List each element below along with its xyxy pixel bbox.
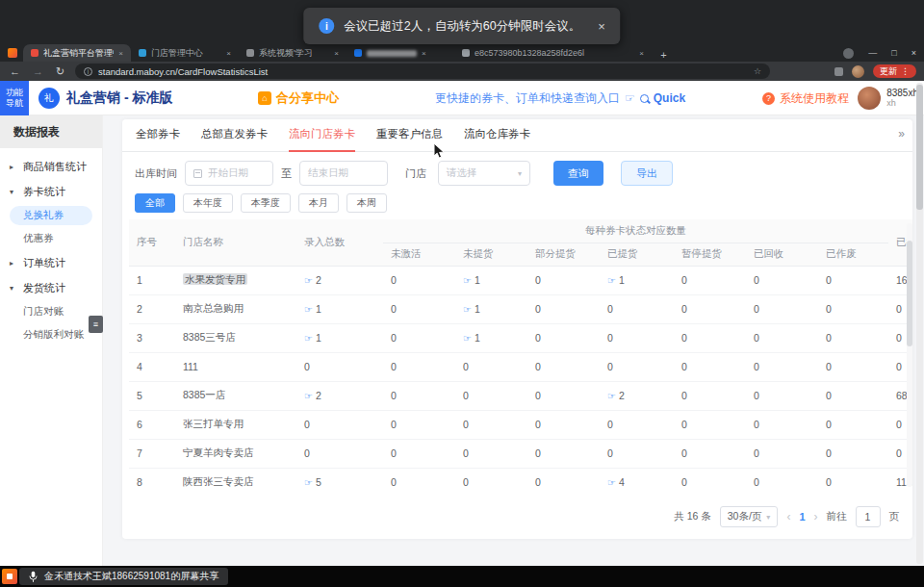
linked-count[interactable]: ☞1 xyxy=(463,332,480,344)
row-index-cell: 7 xyxy=(129,439,175,468)
end-date-placeholder: 结束日期 xyxy=(308,166,348,180)
reload-icon[interactable]: ↻ xyxy=(56,65,64,78)
linked-count[interactable]: ☞1 xyxy=(304,332,321,344)
count-value: 2 xyxy=(619,390,625,401)
search-button[interactable]: 查询 xyxy=(553,161,603,186)
start-date-input[interactable]: 开始日期 xyxy=(185,161,273,186)
card-tab[interactable]: 总部直发券卡 xyxy=(201,119,268,152)
store-name: 8385三号店 xyxy=(183,331,236,343)
total-count-label: 共 16 条 xyxy=(674,510,711,523)
quick-filter-button[interactable]: 本年度 xyxy=(183,193,233,213)
screen-share-banner: 金禾通技术王斌18662591081的屏幕共享 xyxy=(19,568,228,585)
store-name: 南京总急购用 xyxy=(183,302,244,314)
tab-close-icon[interactable]: × xyxy=(226,49,231,58)
status-count-cell: ☞1 xyxy=(600,266,674,294)
sidebar-item[interactable]: ▸商品销售统计 xyxy=(0,154,102,179)
nav-toggle-line2: 导航 xyxy=(6,98,23,109)
current-page[interactable]: 1 xyxy=(799,511,805,523)
toast-close-icon[interactable]: × xyxy=(598,19,605,34)
status-count-cell: 0 xyxy=(674,266,746,294)
browser-tab[interactable]: 系统视频'学习× xyxy=(239,44,346,62)
sidebar-item[interactable]: ▾发货统计 xyxy=(0,275,102,300)
store-select[interactable]: 请选择 ▾ xyxy=(438,161,530,186)
sidebar-subitem[interactable]: 优惠券 xyxy=(0,227,102,250)
linked-count[interactable]: ☞1 xyxy=(304,303,321,315)
page-scrollbar[interactable] xyxy=(916,83,923,564)
quick-entry-link[interactable]: 更快捷的券卡、订单和快递查询入口 ☞ Quick xyxy=(435,81,685,115)
store-name-cell: 8385三号店 xyxy=(175,323,296,352)
help-icon: ? xyxy=(762,92,775,105)
goto-label: 前往 xyxy=(827,510,847,523)
card-tab[interactable]: 流向仓库券卡 xyxy=(464,119,530,152)
window-controls: — □ × xyxy=(843,44,916,62)
group-column-header: 每种券卡状态对应数量 xyxy=(383,219,888,242)
sidebar-collapse-handle[interactable]: ≡ xyxy=(89,316,103,333)
function-nav-toggle[interactable]: 功能 导航 xyxy=(0,81,29,115)
site-info-icon[interactable]: i xyxy=(84,67,92,76)
linked-count[interactable]: ☞2 xyxy=(304,274,321,286)
page-scrollbar-thumb[interactable] xyxy=(916,85,923,210)
end-date-input[interactable]: 结束日期 xyxy=(299,161,388,186)
browser-update-button[interactable]: 更新 ⋮ xyxy=(873,64,916,78)
prev-page-icon[interactable]: ‹ xyxy=(786,510,790,523)
store-name-cell: 南京总急购用 xyxy=(175,294,296,323)
quick-filter-button[interactable]: 全部 xyxy=(135,193,175,213)
browser-tab[interactable]: × xyxy=(346,44,454,62)
share-center-link[interactable]: ⌂ 合分享中心 xyxy=(258,81,339,115)
collapse-chevrons-icon[interactable]: » xyxy=(898,127,905,140)
status-count-cell: 0 xyxy=(746,410,818,439)
bookmark-star-icon[interactable]: ☆ xyxy=(754,66,761,76)
tab-close-icon[interactable]: × xyxy=(334,49,339,58)
sidebar-item[interactable]: ▸订单统计 xyxy=(0,250,102,275)
browser-tab[interactable]: 礼盒营销平台管理中心× xyxy=(23,44,131,62)
sidebar-item[interactable]: ▾券卡统计 xyxy=(0,179,102,204)
status-count-cell: 0 xyxy=(818,294,888,323)
goto-page-input[interactable]: 1 xyxy=(856,506,881,527)
back-icon[interactable]: ← xyxy=(10,65,20,77)
kebab-menu-icon[interactable]: ⋮ xyxy=(901,66,910,76)
linked-count[interactable]: ☞2 xyxy=(607,390,625,401)
user-name: 8385xh xyxy=(886,88,918,98)
card-tab[interactable]: 流向门店券卡 xyxy=(289,119,355,152)
close-icon[interactable]: × xyxy=(911,48,916,58)
taskbar-app-icon[interactable] xyxy=(2,569,17,584)
browser-tab[interactable]: e8c573980b1328a258fd2e6l× xyxy=(454,44,652,62)
maximize-icon[interactable]: □ xyxy=(891,48,896,58)
store-name: 陕西张三专卖店 xyxy=(183,475,254,487)
forward-icon[interactable]: → xyxy=(33,65,43,77)
tab-close-icon[interactable]: × xyxy=(118,49,123,58)
export-button[interactable]: 导出 xyxy=(621,161,673,186)
browser-avatar-icon[interactable] xyxy=(852,65,864,78)
browser-tab[interactable]: 门店管理中心× xyxy=(131,44,239,62)
table-scrollbar-thumb[interactable] xyxy=(907,241,912,346)
extensions-icon[interactable] xyxy=(834,67,843,76)
sidebar-subitem[interactable]: 分销版利对账 xyxy=(0,323,102,346)
page-size-select[interactable]: 30条/页 ▾ xyxy=(720,506,779,527)
quick-filter-button[interactable]: 本周 xyxy=(346,193,387,213)
quick-filter-button[interactable]: 本季度 xyxy=(241,193,291,213)
minimize-icon[interactable]: — xyxy=(868,48,877,58)
new-tab-button[interactable]: + xyxy=(656,47,671,62)
address-bar[interactable]: i standard.maboy.cn/CardFlowStatisticsLi… xyxy=(75,64,770,79)
status-count-cell: 0 xyxy=(383,323,455,352)
tutorial-link[interactable]: ? 系统使用教程 xyxy=(762,81,849,115)
table-scrollbar[interactable] xyxy=(907,223,912,487)
linked-count[interactable]: ☞2 xyxy=(304,390,321,401)
tab-close-icon[interactable]: × xyxy=(639,49,644,58)
sidebar-subitem[interactable]: 门店对账 xyxy=(0,300,102,323)
linked-count[interactable]: ☞1 xyxy=(607,274,625,286)
status-count-cell: ☞1 xyxy=(455,266,527,294)
linked-count[interactable]: ☞1 xyxy=(463,303,480,315)
card-tab[interactable]: 全部券卡 xyxy=(136,119,180,152)
user-menu[interactable]: 8385xh xh xyxy=(858,81,918,115)
tab-close-icon[interactable]: × xyxy=(422,49,426,58)
browser-profile-icon[interactable] xyxy=(843,48,854,59)
sidebar-subitem[interactable]: 兑换礼券 xyxy=(10,206,92,225)
row-index-cell: 3 xyxy=(129,323,175,352)
linked-count[interactable]: ☞4 xyxy=(607,476,625,488)
linked-count[interactable]: ☞5 xyxy=(304,476,321,488)
linked-count[interactable]: ☞1 xyxy=(463,274,480,286)
quick-filter-button[interactable]: 本月 xyxy=(298,193,339,213)
pointer-icon: ☞ xyxy=(607,477,616,488)
next-page-icon[interactable]: › xyxy=(814,510,818,523)
